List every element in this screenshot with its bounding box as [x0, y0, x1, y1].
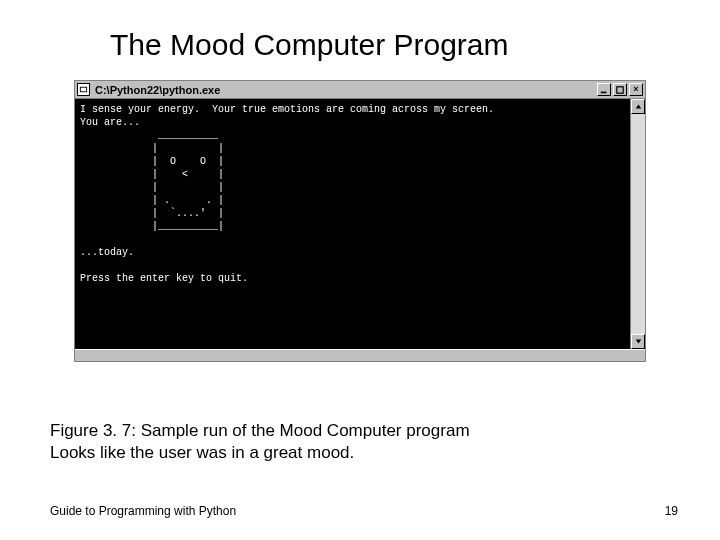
scroll-down-button[interactable]	[631, 334, 645, 349]
page-number: 19	[665, 504, 678, 518]
minimize-button[interactable]	[597, 83, 611, 96]
window-title-text: C:\Python22\python.exe	[93, 84, 594, 96]
window-titlebar: C:\Python22\python.exe ×	[75, 81, 645, 99]
svg-rect-2	[601, 91, 607, 93]
scroll-track[interactable]	[631, 114, 645, 334]
svg-marker-5	[635, 339, 641, 343]
svg-rect-1	[81, 88, 86, 92]
console-output: I sense your energy. Your true emotions …	[75, 99, 630, 349]
close-button[interactable]: ×	[629, 83, 643, 96]
caption-line-1: Figure 3. 7: Sample run of the Mood Comp…	[50, 420, 470, 442]
slide-title: The Mood Computer Program	[0, 0, 720, 80]
window-status-strip	[75, 349, 645, 361]
console-body: I sense your energy. Your true emotions …	[75, 99, 645, 349]
scroll-up-button[interactable]	[631, 99, 645, 114]
maximize-button[interactable]	[613, 83, 627, 96]
svg-rect-3	[617, 86, 623, 92]
svg-marker-4	[635, 104, 641, 108]
console-window: C:\Python22\python.exe × I sense your en…	[74, 80, 646, 362]
footer-text: Guide to Programming with Python	[50, 504, 236, 518]
vertical-scrollbar[interactable]	[630, 99, 645, 349]
figure-caption: Figure 3. 7: Sample run of the Mood Comp…	[50, 420, 470, 464]
caption-line-2: Looks like the user was in a great mood.	[50, 442, 470, 464]
app-icon	[77, 83, 90, 96]
